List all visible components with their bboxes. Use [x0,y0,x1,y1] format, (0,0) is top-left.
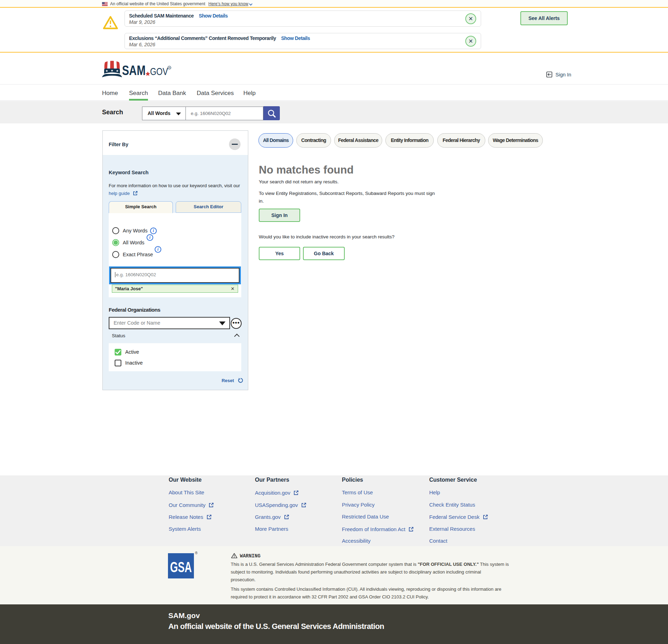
svg-text:SAM: SAM [122,63,146,78]
svg-text:GOV: GOV [150,66,168,77]
svg-text:GSA: GSA [170,559,192,575]
svg-text:R: R [169,67,170,69]
